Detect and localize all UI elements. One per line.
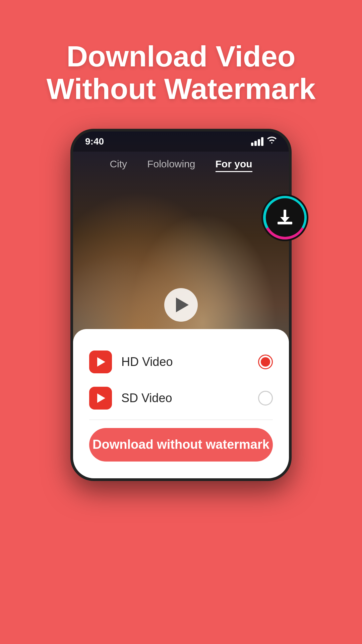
status-bar: 9:40	[73, 131, 289, 152]
hd-radio[interactable]	[258, 355, 273, 369]
sd-video-icon	[89, 387, 112, 410]
headline-line2: Without Watermark	[27, 73, 335, 105]
nav-tabs: City Fololowing For you	[73, 152, 289, 179]
download-button[interactable]: Download without watermark	[89, 428, 273, 462]
tab-following[interactable]: Fololowing	[147, 158, 195, 172]
phone-frame: 328.7K 578 9:40	[70, 129, 292, 481]
sd-video-option[interactable]: SD Video	[89, 380, 273, 416]
play-icon-small-2	[97, 393, 105, 403]
play-button[interactable]	[164, 288, 198, 322]
tab-for-you[interactable]: For you	[216, 158, 252, 172]
phone-mockup: 328.7K 578 9:40	[70, 129, 292, 481]
download-fab-icon	[275, 208, 295, 228]
status-time: 9:40	[85, 136, 104, 147]
hd-video-icon	[89, 351, 112, 373]
divider	[89, 420, 273, 420]
download-fab[interactable]	[263, 196, 307, 239]
status-icons	[251, 136, 277, 147]
sd-radio[interactable]	[258, 391, 273, 406]
hd-video-label: HD Video	[121, 355, 173, 369]
headline: Download Video Without Watermark	[0, 0, 362, 129]
wifi-icon	[267, 136, 277, 147]
tab-city[interactable]: City	[110, 158, 127, 172]
download-button-label: Download without watermark	[93, 437, 269, 452]
hd-radio-fill	[261, 357, 270, 367]
headline-line1: Download Video	[27, 40, 335, 73]
svg-marker-2	[280, 217, 290, 222]
play-icon	[176, 298, 189, 312]
play-icon-small	[97, 357, 105, 367]
signal-icon	[251, 137, 263, 146]
hd-video-option[interactable]: HD Video	[89, 344, 273, 380]
sd-video-label: SD Video	[121, 391, 172, 405]
bottom-sheet: HD Video SD Video Download w	[73, 329, 289, 478]
